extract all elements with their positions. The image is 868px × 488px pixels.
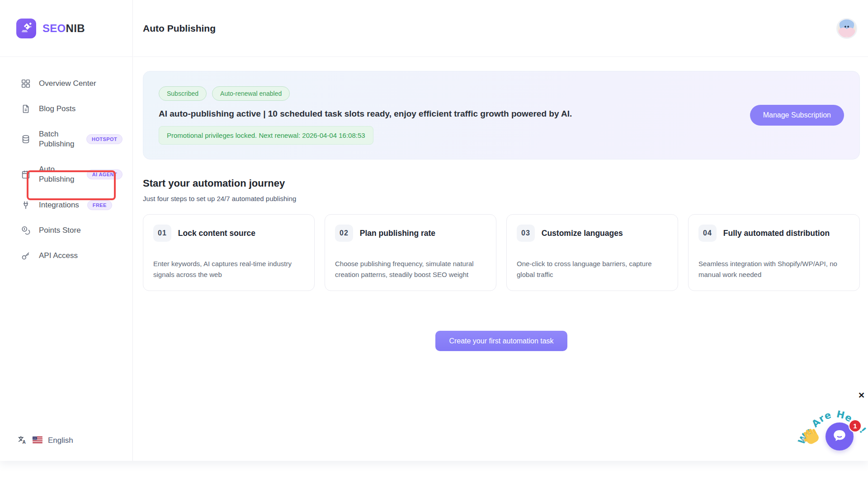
step-title: Customize languages	[542, 229, 623, 238]
step-card-head: 03 Customize languages	[517, 225, 668, 242]
language-selector[interactable]: A	[17, 435, 73, 446]
page: SEONIB Overview Center	[0, 0, 868, 488]
manage-subscription-button[interactable]: Manage Subscription	[750, 105, 844, 126]
subscription-info: Subscribed Auto-renewal enabled AI auto-…	[159, 86, 572, 145]
sidebar-item-overview-center[interactable]: Overview Center	[0, 73, 123, 94]
pen-nib-icon	[20, 21, 33, 36]
content-area: Subscribed Auto-renewal enabled AI auto-…	[133, 71, 868, 351]
step-description: Enter keywords, AI captures real-time in…	[153, 258, 304, 281]
coins-icon	[21, 225, 31, 235]
chat-bubble-icon	[831, 427, 848, 446]
sidebar: SEONIB Overview Center	[0, 0, 133, 461]
main-header: Auto Publishing	[133, 0, 868, 57]
step-title: Plan publishing rate	[360, 229, 435, 238]
step-description: Choose publishing frequency, simulate na…	[335, 258, 486, 281]
free-badge: FREE	[87, 200, 112, 210]
brand-header: SEONIB	[0, 0, 132, 57]
renewal-note: Promotional privileges locked. Next rene…	[159, 126, 373, 145]
sidebar-item-points-store[interactable]: Points Store	[0, 220, 123, 241]
step-card-1: 01 Lock content source Enter keywords, A…	[143, 214, 315, 291]
ai-agent-badge: AI AGENT	[87, 169, 123, 179]
database-icon	[21, 134, 31, 144]
step-description: Seamless integration with Shopify/WP/API…	[698, 258, 849, 281]
subscription-headline: AI auto-publishing active | 10 scheduled…	[159, 109, 572, 119]
brand-name-secondary: NIB	[66, 22, 85, 34]
step-number: 04	[698, 225, 717, 242]
sidebar-item-integrations[interactable]: Integrations FREE	[0, 195, 123, 216]
step-card-2: 02 Plan publishing rate Choose publishin…	[325, 214, 496, 291]
step-number: 03	[517, 225, 535, 242]
step-number: 01	[153, 225, 171, 242]
sidebar-item-label: API Access	[39, 251, 78, 261]
brand-logo[interactable]	[16, 19, 36, 38]
step-description: One-click to cross language barriers, ca…	[517, 258, 668, 281]
sidebar-item-label: Points Store	[39, 225, 81, 235]
calendar-icon	[21, 169, 31, 179]
journey-subtitle: Just four steps to set up 24/7 automated…	[143, 195, 860, 202]
translate-icon: A	[17, 435, 27, 446]
document-icon	[21, 104, 31, 114]
journey-steps: 01 Lock content source Enter keywords, A…	[143, 214, 860, 291]
user-avatar[interactable]	[836, 18, 857, 39]
brand-name-primary: SEO	[42, 22, 66, 34]
us-flag-icon	[33, 436, 42, 445]
step-card-3: 03 Customize languages One-click to cros…	[506, 214, 678, 291]
subscription-banner: Subscribed Auto-renewal enabled AI auto-…	[143, 71, 860, 160]
sidebar-item-label: Overview Center	[39, 79, 96, 89]
notification-badge: 1	[849, 419, 862, 432]
sidebar-nav: Overview Center Blog Posts	[0, 57, 132, 266]
app-frame: SEONIB Overview Center	[0, 0, 868, 461]
sidebar-item-blog-posts[interactable]: Blog Posts	[0, 99, 123, 119]
cta-row: Create your first automation task	[143, 331, 860, 351]
sidebar-item-api-access[interactable]: API Access	[0, 245, 123, 266]
page-title: Auto Publishing	[143, 23, 216, 34]
main-content: Auto Publishing Subscribed Auto-renewal …	[133, 0, 868, 461]
journey-title: Start your automation journey	[143, 178, 860, 189]
status-badges: Subscribed Auto-renewal enabled	[159, 86, 572, 101]
step-title: Lock content source	[178, 229, 255, 238]
step-card-4: 04 Fully automated distribution Seamless…	[688, 214, 860, 291]
auto-renewal-badge: Auto-renewal enabled	[212, 86, 290, 101]
sidebar-item-batch-publishing[interactable]: Batch Publishing HOTSPOT	[0, 124, 123, 155]
sidebar-item-label: Integrations	[39, 200, 79, 210]
hotspot-badge: HOTSPOT	[86, 134, 123, 144]
create-automation-task-button[interactable]: Create your first automation task	[435, 331, 567, 351]
sidebar-item-label: Blog Posts	[39, 104, 75, 114]
key-icon	[21, 251, 31, 261]
sidebar-item-label: Auto Publishing	[39, 164, 79, 184]
brand-name: SEONIB	[42, 22, 85, 35]
step-card-head: 04 Fully automated distribution	[698, 225, 849, 242]
grid-icon	[21, 79, 31, 89]
plug-icon	[21, 200, 31, 210]
close-icon[interactable]: ✕	[858, 391, 865, 399]
subscribed-badge: Subscribed	[159, 86, 207, 101]
step-card-head: 02 Plan publishing rate	[335, 225, 486, 242]
sidebar-item-auto-publishing[interactable]: Auto Publishing AI AGENT	[0, 159, 123, 190]
svg-text:A: A	[22, 440, 26, 445]
language-label: English	[48, 436, 73, 445]
step-title: Fully automated distribution	[723, 229, 830, 238]
step-card-head: 01 Lock content source	[153, 225, 304, 242]
sidebar-item-label: Batch Publishing	[39, 129, 78, 149]
step-number: 02	[335, 225, 353, 242]
